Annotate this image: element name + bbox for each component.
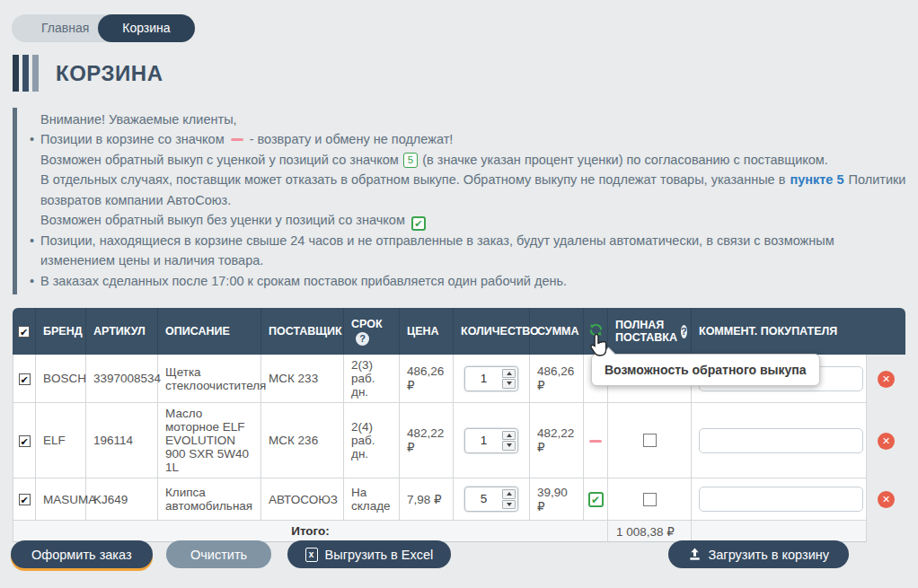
delete-row-button[interactable]: ✕ bbox=[878, 371, 895, 388]
upload-to-cart-button[interactable]: Загрузить в корзину bbox=[668, 540, 849, 568]
no-return-dash-icon bbox=[589, 440, 602, 443]
delete-row-button[interactable]: ✕ bbox=[878, 433, 895, 450]
cell-brand: ELF bbox=[36, 403, 86, 478]
breadcrumb: Главная Корзина bbox=[12, 14, 195, 42]
notice-line: В отдельных случаях, поставщик может отк… bbox=[40, 172, 785, 187]
cell-sum: 486,26 ₽ bbox=[530, 355, 584, 403]
full-delivery-checkbox[interactable] bbox=[643, 434, 657, 447]
comment-input[interactable] bbox=[699, 487, 863, 512]
col-header-full-delivery: ПОЛНАЯ ПОСТАВКА? bbox=[608, 308, 692, 355]
actions-bar: Оформить заказ Очистить x Выгрузить в Ex… bbox=[11, 540, 907, 576]
upload-icon bbox=[688, 548, 702, 561]
total-row: Итого: 1 008,38 ₽ bbox=[13, 521, 905, 542]
stepper-down-icon[interactable] bbox=[502, 441, 516, 451]
quantity-value: 5 bbox=[465, 487, 502, 511]
export-excel-button[interactable]: x Выгрузить в Excel bbox=[287, 540, 452, 568]
table-row: ✔ ELF 196114 Масло моторное ELF EVOLUTIO… bbox=[13, 403, 905, 478]
clear-cart-button[interactable]: Очистить bbox=[166, 540, 271, 568]
stepper-down-icon[interactable] bbox=[502, 379, 516, 389]
quantity-value: 1 bbox=[465, 429, 502, 452]
notice-intro: Внимание! Уважаемые клиенты, bbox=[17, 110, 906, 129]
col-header-price: ЦЕНА bbox=[400, 308, 454, 355]
checkout-button[interactable]: Оформить заказ bbox=[11, 540, 153, 568]
term-help-icon[interactable]: ? bbox=[356, 332, 369, 346]
cell-description: Масло моторное ELF EVOLUTION 900 SXR 5W4… bbox=[158, 403, 261, 478]
cell-description: Щетка стеклоочистителя bbox=[158, 355, 261, 403]
comment-input[interactable] bbox=[699, 428, 863, 453]
col-header-brand: БРЕНД bbox=[36, 308, 86, 355]
full-delivery-help-icon[interactable]: ? bbox=[681, 325, 687, 338]
table-row: ✔ MASUMA KJ649 Клипса автомобильная АВТО… bbox=[13, 478, 905, 521]
cell-article: 196114 bbox=[86, 403, 158, 478]
cell-sum: 482,22 ₽ bbox=[530, 403, 584, 478]
policy-point-link[interactable]: пункте 5 bbox=[790, 172, 843, 187]
col-header-description: ОПИСАНИЕ bbox=[158, 308, 261, 355]
quantity-stepper[interactable]: 5 bbox=[464, 487, 518, 512]
quantity-stepper[interactable]: 1 bbox=[464, 428, 518, 453]
notice-line: Позиции в корзине со значком bbox=[40, 132, 225, 146]
stepper-up-icon[interactable] bbox=[502, 489, 516, 499]
cell-price: 486,26 ₽ bbox=[400, 355, 454, 403]
notice-line: В заказах сделанных после 17:00 к срокам… bbox=[40, 274, 567, 288]
cart-table: ✔ БРЕНД АРТИКУЛ ОПИСАНИЕ ПОСТАВЩИК СРОК?… bbox=[13, 308, 905, 542]
col-header-delete bbox=[867, 308, 905, 355]
col-header-sum: СУММА bbox=[530, 308, 584, 355]
no-return-dash-icon bbox=[231, 138, 243, 141]
cell-article: 3397008534 bbox=[86, 355, 158, 403]
discount-buyback-badge-icon: 5 bbox=[403, 153, 418, 168]
cell-description: Клипса автомобильная bbox=[158, 478, 261, 521]
breadcrumb-cart[interactable]: Корзина bbox=[98, 14, 194, 42]
row-select-checkbox[interactable]: ✔ bbox=[19, 494, 31, 505]
table-header-row: ✔ БРЕНД АРТИКУЛ ОПИСАНИЕ ПОСТАВЩИК СРОК?… bbox=[13, 308, 905, 355]
stepper-up-icon[interactable] bbox=[502, 431, 516, 441]
buyback-tooltip: Возможность обратного выкупа bbox=[591, 354, 820, 386]
cell-term: 2(4) раб. дн. bbox=[344, 403, 400, 478]
stepper-up-icon[interactable] bbox=[502, 369, 516, 379]
col-header-quantity: КОЛИЧЕСТВО bbox=[454, 308, 530, 355]
notice-block: Внимание! Уважаемые клиенты, •Позиции в … bbox=[13, 108, 906, 294]
col-header-supplier: ПОСТАВЩИК bbox=[261, 308, 344, 355]
quantity-value: 1 bbox=[465, 367, 502, 391]
cell-price: 7,98 ₽ bbox=[400, 478, 454, 521]
full-delivery-checkbox[interactable] bbox=[643, 493, 657, 506]
delete-row-button[interactable]: ✕ bbox=[878, 491, 895, 508]
cell-price: 482,22 ₽ bbox=[400, 403, 454, 478]
cell-term: На складе bbox=[344, 478, 400, 521]
total-label: Итого: bbox=[13, 521, 608, 542]
excel-file-icon: x bbox=[305, 548, 318, 562]
notice-line: изменением цены и наличия товара. bbox=[17, 250, 906, 270]
stepper-down-icon[interactable] bbox=[502, 500, 516, 510]
cell-sum: 39,90 ₽ bbox=[530, 478, 584, 521]
row-select-checkbox[interactable]: ✔ bbox=[19, 373, 31, 385]
notice-line: Позиции, находящиеся в корзине свыше 24 … bbox=[40, 233, 834, 248]
select-all-checkbox[interactable]: ✔ bbox=[18, 326, 30, 338]
mouse-cursor-hand-icon bbox=[589, 333, 609, 360]
quantity-stepper[interactable]: 1 bbox=[464, 366, 518, 391]
page-title-row: КОРЗИНА bbox=[13, 55, 163, 92]
cell-brand: BOSCH bbox=[36, 355, 86, 403]
buyback-check-icon: ✔ bbox=[588, 492, 604, 507]
notice-line: возвратов компании АвтоСоюз. bbox=[17, 190, 906, 210]
page-title: КОРЗИНА bbox=[56, 61, 163, 86]
col-header-term: СРОК? bbox=[344, 308, 400, 355]
notice-line: Возможен обратный выкуп с уценкой у пози… bbox=[40, 153, 399, 167]
cell-supplier: АВТОСОЮЗ bbox=[261, 478, 344, 521]
cell-brand: MASUMA bbox=[36, 478, 86, 521]
col-header-article: АРТИКУЛ bbox=[86, 308, 158, 355]
cell-article: KJ649 bbox=[86, 478, 158, 521]
row-select-checkbox[interactable]: ✔ bbox=[19, 435, 31, 447]
cell-supplier: МСК 236 bbox=[261, 403, 344, 478]
title-bars-icon bbox=[13, 55, 39, 92]
buyback-check-icon: ✔ bbox=[411, 216, 426, 231]
cell-term: 2(3) раб. дн. bbox=[344, 355, 400, 403]
col-header-comment: КОММЕНТ. ПОКУПАТЕЛЯ bbox=[692, 308, 867, 355]
total-value: 1 008,38 ₽ bbox=[608, 521, 692, 542]
notice-line: Возможен обратный выкуп без уценки у поз… bbox=[40, 213, 405, 227]
cell-supplier: МСК 233 bbox=[261, 355, 344, 403]
